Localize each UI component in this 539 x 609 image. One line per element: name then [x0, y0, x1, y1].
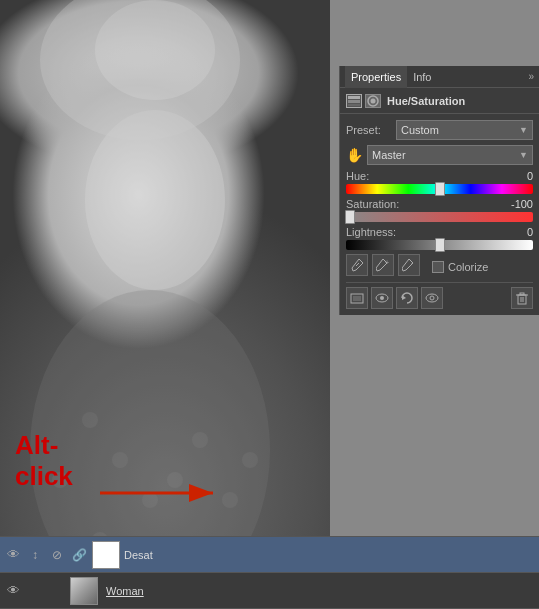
colorize-checkbox[interactable]	[432, 261, 444, 273]
reset-icon-btn[interactable]	[396, 287, 418, 309]
desat-layer-mask: 🔗	[70, 546, 88, 564]
hue-value: 0	[503, 170, 533, 182]
svg-rect-25	[353, 296, 361, 301]
channel-row: ✋ Master ▼	[346, 145, 533, 165]
hue-label: Hue:	[346, 170, 369, 182]
channel-dropdown-arrow: ▼	[519, 150, 528, 160]
channel-value: Master	[372, 149, 406, 161]
svg-text:+: +	[385, 259, 389, 266]
svg-text:-: -	[411, 259, 414, 266]
visibility-icon-btn[interactable]	[371, 287, 393, 309]
svg-point-2	[85, 110, 225, 290]
panel-title-row: Hue/Saturation	[340, 88, 539, 114]
mask-icon-btn[interactable]	[346, 287, 368, 309]
hue-section: Hue: 0	[346, 170, 533, 194]
desat-layer-eye[interactable]: 👁	[4, 546, 22, 564]
panel-title-icons	[346, 94, 381, 108]
trash-icon-btn[interactable]	[511, 287, 533, 309]
tab-properties[interactable]: Properties	[345, 66, 407, 88]
svg-rect-17	[348, 100, 360, 103]
desat-layer-badge: ⊘	[48, 546, 66, 564]
svg-point-20	[371, 98, 376, 103]
eye2-icon-btn[interactable]	[421, 287, 443, 309]
bottom-tools-row	[346, 282, 533, 309]
svg-point-12	[242, 452, 258, 468]
woman-layer-thumb	[70, 577, 98, 605]
colorize-label: Colorize	[448, 261, 488, 273]
svg-point-8	[192, 432, 208, 448]
svg-point-27	[380, 296, 384, 300]
eyedropper-row: + - Colorize	[346, 254, 533, 276]
saturation-label-row: Saturation: -100	[346, 198, 533, 210]
saturation-slider-track[interactable]	[346, 212, 533, 222]
layer-panel: 👁 ↕ ⊘ 🔗 Desat 👁 Woman	[0, 536, 539, 609]
layer-row-woman[interactable]: 👁 Woman	[0, 573, 539, 609]
layer-icon[interactable]	[346, 94, 362, 108]
panel-expand-icon[interactable]: »	[528, 71, 534, 82]
eyedropper-plus-tool[interactable]: +	[372, 254, 394, 276]
photo-overlay	[0, 0, 330, 609]
svg-point-1	[95, 0, 215, 100]
svg-marker-28	[402, 295, 406, 300]
desat-layer-name: Desat	[124, 549, 535, 561]
colorize-row: Colorize	[432, 261, 488, 273]
svg-rect-31	[518, 295, 526, 304]
lightness-slider-track[interactable]	[346, 240, 533, 250]
preset-dropdown-arrow: ▼	[519, 125, 528, 135]
saturation-slider-thumb[interactable]	[345, 210, 355, 224]
svg-point-29	[426, 294, 438, 302]
panel-title: Hue/Saturation	[387, 95, 465, 107]
svg-point-30	[430, 296, 434, 300]
tab-info[interactable]: Info	[407, 66, 437, 88]
svg-rect-33	[520, 293, 524, 295]
circle-icon[interactable]	[365, 94, 381, 108]
svg-line-21	[356, 263, 359, 266]
preset-row: Preset: Custom ▼	[346, 120, 533, 140]
desat-layer-thumb	[92, 541, 120, 569]
hue-label-row: Hue: 0	[346, 170, 533, 182]
panel-content: Preset: Custom ▼ ✋ Master ▼ Hue: 0	[340, 114, 539, 315]
red-arrow	[95, 473, 225, 513]
hue-slider-track[interactable]	[346, 184, 533, 194]
desat-layer-link: ↕	[26, 546, 44, 564]
eyedropper-tool[interactable]	[346, 254, 368, 276]
preset-label: Preset:	[346, 124, 396, 136]
saturation-section: Saturation: -100	[346, 198, 533, 222]
svg-rect-18	[348, 104, 360, 106]
lightness-label-row: Lightness: 0	[346, 226, 533, 238]
svg-rect-16	[348, 96, 360, 99]
lightness-label: Lightness:	[346, 226, 396, 238]
channel-dropdown[interactable]: Master ▼	[367, 145, 533, 165]
saturation-label: Saturation:	[346, 198, 399, 210]
lightness-section: Lightness: 0	[346, 226, 533, 250]
preset-dropdown[interactable]: Custom ▼	[396, 120, 533, 140]
preset-value: Custom	[401, 124, 439, 136]
properties-panel: Properties Info » Hue/Saturation Preset:…	[339, 66, 539, 315]
svg-point-4	[82, 412, 98, 428]
hue-slider-thumb[interactable]	[435, 182, 445, 196]
saturation-value: -100	[503, 198, 533, 210]
lightness-value: 0	[503, 226, 533, 238]
layer-row-desat[interactable]: 👁 ↕ ⊘ 🔗 Desat	[0, 537, 539, 573]
lightness-slider-thumb[interactable]	[435, 238, 445, 252]
woman-layer-eye[interactable]: 👁	[4, 582, 22, 600]
eyedropper-minus-tool[interactable]: -	[398, 254, 420, 276]
panel-tabs: Properties Info »	[340, 66, 539, 88]
svg-point-5	[112, 452, 128, 468]
alt-click-label: Alt- click	[15, 430, 73, 492]
hand-tool-icon[interactable]: ✋	[346, 147, 363, 163]
woman-layer-name: Woman	[106, 585, 535, 597]
